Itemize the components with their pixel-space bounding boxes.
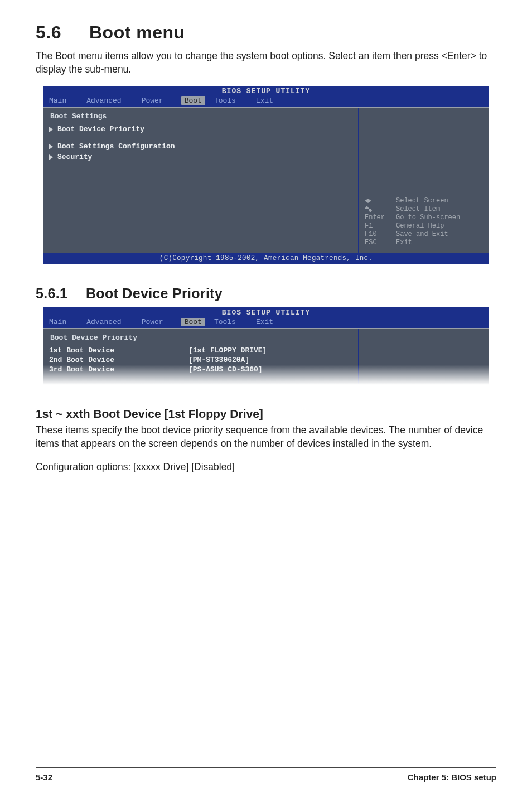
option-description: These items specify the boot device prio… — [36, 424, 496, 450]
help-key: ESC — [365, 239, 396, 247]
bios-tab-power[interactable]: Power — [142, 96, 173, 105]
section-number: 5.6 — [36, 22, 89, 43]
bios-screenshot-boot-settings: BIOS SETUP UTILITY Main Advanced Power B… — [43, 86, 489, 264]
help-label: Save and Exit — [396, 230, 448, 239]
help-label: Exit — [396, 239, 412, 247]
bios-item-boot-device-priority[interactable]: Boot Device Priority — [49, 125, 352, 133]
section-title-text: Boot menu — [89, 22, 185, 42]
bios-help-pane — [359, 329, 489, 389]
bios-left-pane: Boot Settings Boot Device Priority Boot … — [43, 108, 359, 253]
option-heading: 1st ~ xxth Boot Device [1st Floppy Drive… — [36, 407, 496, 421]
subsection-title-text: Boot Device Priority — [86, 286, 223, 301]
arrow-left-right-icon — [365, 197, 396, 205]
help-row: F1 General Help — [365, 222, 484, 230]
svg-marker-3 — [368, 209, 373, 212]
boot-device-key: 3rd Boot Device — [49, 365, 188, 374]
help-key: F1 — [365, 222, 396, 230]
help-row: Select Screen — [365, 197, 484, 205]
bios-tab-boot[interactable]: Boot — [181, 318, 205, 326]
bios-pane-heading: Boot Device Priority — [50, 334, 352, 342]
subsection-title: 5.6.1Boot Device Priority — [36, 286, 496, 302]
help-key: Enter — [365, 214, 396, 222]
bios-pane-heading: Boot Settings — [50, 112, 352, 120]
help-row: F10 Save and Exit — [365, 230, 484, 239]
bios-left-pane: Boot Device Priority 1st Boot Device [1s… — [43, 329, 359, 389]
bios-tab-advanced[interactable]: Advanced — [86, 318, 131, 326]
arrow-up-down-icon — [365, 205, 396, 214]
bios-tab-main[interactable]: Main — [49, 318, 76, 326]
help-label: Select Screen — [396, 197, 448, 205]
bios-copyright: (C)Copyright 1985-2002, American Megatre… — [43, 253, 489, 264]
bios-tab-tools[interactable]: Tools — [214, 318, 246, 326]
bios-item-label: Boot Device Priority — [57, 125, 144, 133]
bios-tab-exit[interactable]: Exit — [256, 96, 283, 105]
boot-device-value: [PM-ST330620A] — [188, 356, 249, 364]
svg-marker-2 — [365, 206, 369, 209]
help-label: Go to Sub-screen — [396, 214, 460, 222]
submenu-icon — [49, 127, 53, 132]
help-row: Select Item — [365, 205, 484, 214]
bios-tab-advanced[interactable]: Advanced — [86, 96, 131, 105]
section-title: 5.6Boot menu — [36, 22, 496, 43]
submenu-icon — [49, 144, 53, 149]
boot-device-key: 2nd Boot Device — [49, 356, 188, 364]
bios-menubar: Main Advanced Power Boot Tools Exit — [43, 317, 489, 328]
help-row: ESC Exit — [365, 239, 484, 247]
bios-title: BIOS SETUP UTILITY — [43, 307, 489, 317]
boot-device-value: [1st FLOPPY DRIVE] — [188, 346, 267, 355]
bios-screenshot-boot-device-priority: BIOS SETUP UTILITY Main Advanced Power B… — [43, 307, 489, 389]
boot-device-value: [PS-ASUS CD-S360] — [188, 365, 263, 374]
subsection-number: 5.6.1 — [36, 286, 86, 302]
bios-tab-power[interactable]: Power — [142, 318, 173, 326]
help-label: Select Item — [396, 205, 440, 214]
bios-tab-exit[interactable]: Exit — [256, 318, 283, 326]
boot-device-row-1[interactable]: 1st Boot Device [1st FLOPPY DRIVE] — [49, 346, 352, 355]
bios-tab-tools[interactable]: Tools — [214, 96, 246, 105]
bios-item-label: Boot Settings Configuration — [57, 142, 175, 151]
bios-tab-main[interactable]: Main — [49, 96, 76, 105]
help-label: General Help — [396, 222, 444, 230]
submenu-icon — [49, 154, 53, 160]
boot-device-row-2[interactable]: 2nd Boot Device [PM-ST330620A] — [49, 356, 352, 364]
boot-device-key: 1st Boot Device — [49, 346, 188, 355]
bios-item-label: Security — [57, 153, 92, 161]
page-footer: 5-32 Chapter 5: BIOS setup — [36, 767, 496, 782]
chapter-label: Chapter 5: BIOS setup — [408, 772, 496, 782]
option-config-options: Configuration options: [xxxxx Drive] [Di… — [36, 461, 496, 474]
help-row: Enter Go to Sub-screen — [365, 214, 484, 222]
bios-tab-boot[interactable]: Boot — [181, 96, 205, 105]
bios-title: BIOS SETUP UTILITY — [43, 86, 489, 95]
bios-item-boot-settings-configuration[interactable]: Boot Settings Configuration — [49, 142, 352, 151]
bios-help-pane: Select Screen Select Item Enter Go to Su… — [359, 108, 489, 253]
help-key: F10 — [365, 230, 396, 239]
section-intro: The Boot menu items allow you to change … — [36, 50, 496, 76]
page-number: 5-32 — [36, 772, 52, 782]
boot-device-row-3[interactable]: 3rd Boot Device [PS-ASUS CD-S360] — [49, 365, 352, 374]
bios-menubar: Main Advanced Power Boot Tools Exit — [43, 95, 489, 107]
bios-item-security[interactable]: Security — [49, 153, 352, 161]
